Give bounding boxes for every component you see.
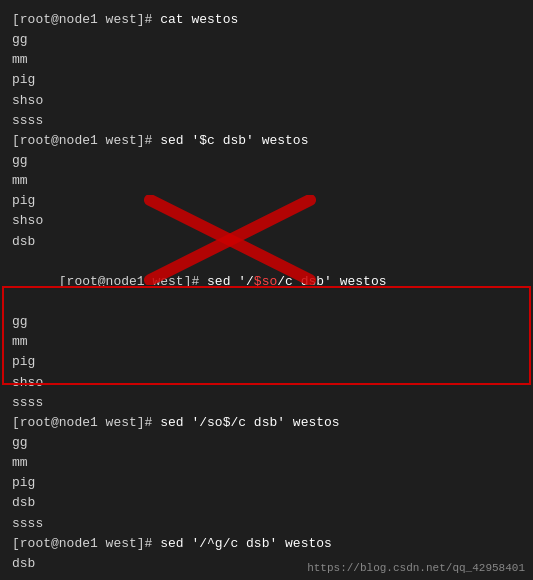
cmd-4: [root@node1 west]# sed '/so$/c dsb' west… [12, 413, 521, 433]
output-ssss-4: ssss [12, 514, 521, 534]
output-ssss-1: ssss [12, 111, 521, 131]
output-gg-2: gg [12, 151, 521, 171]
line-1: [root@node1 west]# cat westos [12, 10, 521, 30]
cmd-2: [root@node1 west]# sed '$c dsb' westos [12, 131, 521, 151]
output-gg-4: gg [12, 433, 521, 453]
output-dsb-2: dsb [12, 493, 521, 513]
output-dsb-1: dsb [12, 232, 521, 252]
output-pig-4: pig [12, 473, 521, 493]
output-mm-4: mm [12, 453, 521, 473]
output-pig-1: pig [12, 70, 521, 90]
output-mm-5: mm [12, 574, 521, 580]
output-gg-1: gg [12, 30, 521, 50]
output-pig-3: pig [12, 352, 521, 372]
output-gg-3: gg [12, 312, 521, 332]
output-pig-2: pig [12, 191, 521, 211]
output-shso-2: shso [12, 211, 521, 231]
output-mm-1: mm [12, 50, 521, 70]
cmd-3: [root@node1 west]# sed '/$so/c dsb' west… [12, 252, 521, 312]
output-shso-3: shso [12, 373, 521, 393]
output-mm-3: mm [12, 332, 521, 352]
terminal-window: [root@node1 west]# cat westos gg mm pig … [0, 0, 533, 580]
output-ssss-3: ssss [12, 393, 521, 413]
cmd-5: [root@node1 west]# sed '/^g/c dsb' westo… [12, 534, 521, 554]
output-shso-1: shso [12, 91, 521, 111]
watermark: https://blog.csdn.net/qq_42958401 [307, 562, 525, 574]
output-mm-2: mm [12, 171, 521, 191]
